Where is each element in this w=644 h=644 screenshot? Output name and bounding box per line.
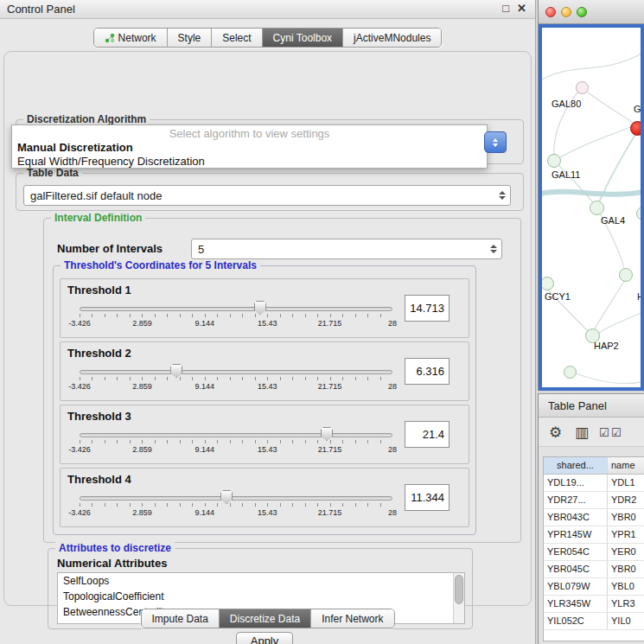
slider-track[interactable] — [80, 433, 392, 437]
tab-jactivemnodules[interactable]: jActiveMNodules — [343, 29, 441, 47]
tick-label: 15.43 — [258, 508, 277, 517]
threshold-3-slider-thumb[interactable] — [321, 427, 333, 441]
threshold-3-value-field[interactable] — [405, 421, 450, 448]
settings-gear-icon[interactable]: ⚙ — [549, 424, 562, 442]
threshold-1-value-field[interactable] — [405, 295, 450, 322]
tab-infer-network-label: Infer Network — [322, 613, 383, 625]
tick-label: 21.715 — [318, 382, 342, 391]
tab-select[interactable]: Select — [212, 29, 262, 47]
network-node[interactable] — [547, 154, 561, 168]
list-item[interactable]: SelfLoops — [58, 573, 464, 589]
tab-style-label: Style — [178, 32, 201, 44]
table-data-combobox[interactable]: galFiltered.sif default node — [23, 185, 511, 206]
threshold-3-panel: Threshold 3 -3.426 2.859 9.144 15.43 21.… — [60, 405, 469, 464]
tab-cyni-toolbox[interactable]: Cyni Toolbox — [263, 29, 343, 47]
slider-track[interactable] — [80, 307, 392, 311]
table-cell[interactable]: YBL0 — [608, 578, 644, 595]
tab-impute-data[interactable]: Impute Data — [141, 609, 219, 628]
threshold-4-slider[interactable]: -3.426 2.859 9.144 15.43 21.715 28 — [80, 491, 392, 524]
network-canvas[interactable]: GAL80 GA GAL11 GAL4 GCY1 H HAP2 — [542, 28, 641, 387]
table-cell[interactable]: YBR0 — [608, 509, 644, 526]
tick-label: 2.859 — [132, 445, 152, 454]
tab-network[interactable]: Network — [94, 29, 168, 47]
threshold-2-value-field[interactable] — [405, 358, 450, 385]
threshold-4-slider-thumb[interactable] — [220, 490, 233, 504]
threshold-1-slider-thumb[interactable] — [254, 301, 266, 315]
column-header-name[interactable]: name — [608, 457, 644, 474]
table-row[interactable]: YDL19... YDL1 — [544, 475, 644, 492]
table-cell[interactable]: YPR145W — [544, 526, 608, 543]
table-cell[interactable]: YPR1 — [608, 526, 644, 543]
table-panel-toolbar: ⚙ ▥ ☑ ☑ — [539, 418, 644, 447]
network-node[interactable] — [564, 366, 577, 379]
table-cell[interactable]: YIL0 — [608, 613, 644, 629]
table-row[interactable]: YBR045C YBR0 — [544, 561, 644, 578]
table-cell[interactable]: YDL1 — [608, 475, 644, 491]
network-view-window: GAL80 GA GAL11 GAL4 GCY1 H HAP2 — [538, 0, 644, 391]
column-selector-icon[interactable]: ▥ — [575, 424, 589, 442]
table-cell[interactable]: YDL19... — [544, 475, 608, 491]
table-row[interactable]: YBR043C YBR0 — [544, 509, 644, 526]
zoom-traffic-light-icon[interactable] — [577, 7, 587, 17]
tab-style[interactable]: Style — [168, 29, 213, 47]
table-cell[interactable]: YDR27... — [544, 492, 608, 508]
table-cell[interactable]: YDR2 — [608, 492, 644, 508]
threshold-2-slider[interactable]: -3.426 2.859 9.144 15.43 21.715 28 — [80, 365, 392, 398]
algorithm-group-label: Discretization Algorithm — [23, 113, 150, 125]
threshold-1-slider[interactable]: -3.426 2.859 9.144 15.43 21.715 28 — [80, 302, 392, 335]
threshold-4-value-field[interactable] — [405, 484, 450, 511]
checkbox-icon[interactable]: ☑ — [599, 426, 609, 439]
table-cell[interactable]: YBL079W — [544, 578, 608, 595]
node-label: GCY1 — [545, 291, 571, 302]
number-of-intervals-combobox[interactable]: 5 — [191, 239, 502, 259]
close-icon[interactable]: ✕ — [517, 2, 526, 15]
control-panel-titlebar: Control Panel □ ✕ — [0, 0, 535, 19]
control-panel-window: Control Panel □ ✕ Network Style Select — [0, 0, 536, 644]
table-cell[interactable]: YIL052C — [544, 613, 608, 629]
table-cell[interactable]: YBR045C — [544, 561, 608, 577]
float-window-icon[interactable]: □ — [502, 2, 509, 15]
table-cell[interactable]: YER054C — [544, 544, 608, 560]
minimize-traffic-light-icon[interactable] — [561, 7, 571, 17]
table-row[interactable]: YIL052C YIL0 — [544, 613, 644, 630]
tick-label: 9.144 — [195, 382, 215, 391]
slider-track[interactable] — [80, 370, 392, 374]
network-node[interactable] — [619, 268, 633, 282]
threshold-3-slider[interactable]: -3.426 2.859 9.144 15.43 21.715 28 — [80, 428, 392, 461]
tab-discretize-data-label: Discretize Data — [230, 613, 300, 625]
tab-discretize-data[interactable]: Discretize Data — [220, 609, 311, 628]
scrollbar-thumb[interactable] — [455, 575, 463, 604]
table-cell[interactable]: YLR3 — [608, 596, 644, 612]
column-header-shared-name[interactable]: shared... — [544, 457, 608, 474]
algorithm-option-manual[interactable]: Manual Discretization — [17, 141, 133, 154]
threshold-3-label: Threshold 3 — [67, 410, 131, 423]
apply-button[interactable]: Apply — [236, 632, 293, 644]
table-cell[interactable]: YBR043C — [544, 509, 608, 526]
close-traffic-light-icon[interactable] — [545, 7, 556, 17]
network-node-selected[interactable] — [630, 121, 641, 136]
table-row[interactable]: YBL079W YBL0 — [544, 578, 644, 596]
table-cell[interactable]: YBR0 — [608, 561, 644, 577]
algorithm-option-equal-width[interactable]: Equal Width/Frequency Discretization — [17, 155, 205, 168]
table-panel-title: Table Panel — [548, 399, 607, 412]
tab-infer-network[interactable]: Infer Network — [311, 609, 393, 628]
arrow-up-icon — [493, 138, 498, 142]
table-row[interactable]: YPR145W YPR1 — [544, 526, 644, 544]
tab-jactivemnodules-label: jActiveMNodules — [354, 32, 430, 44]
table-row[interactable]: YLR345W YLR3 — [544, 596, 644, 613]
network-node[interactable] — [576, 81, 589, 94]
list-item[interactable]: TopologicalCoefficient — [58, 589, 464, 604]
numerical-attributes-label: Numerical Attributes — [57, 557, 167, 570]
threshold-2-slider-thumb[interactable] — [170, 364, 182, 378]
table-cell[interactable]: YLR345W — [544, 596, 608, 612]
list-scrollbar[interactable] — [453, 573, 464, 623]
algorithm-dropdown-button[interactable] — [484, 131, 507, 153]
table-cell[interactable]: YER0 — [608, 544, 644, 560]
checkbox-icon[interactable]: ☑ — [611, 426, 622, 439]
table-row[interactable]: YDR27... YDR2 — [544, 492, 644, 509]
network-selection-frame: GAL80 GA GAL11 GAL4 GCY1 H HAP2 — [539, 24, 644, 391]
network-node[interactable] — [590, 201, 604, 215]
slider-track[interactable] — [80, 496, 392, 501]
slider-ticks — [80, 314, 392, 317]
table-row[interactable]: YER054C YER0 — [544, 544, 644, 561]
